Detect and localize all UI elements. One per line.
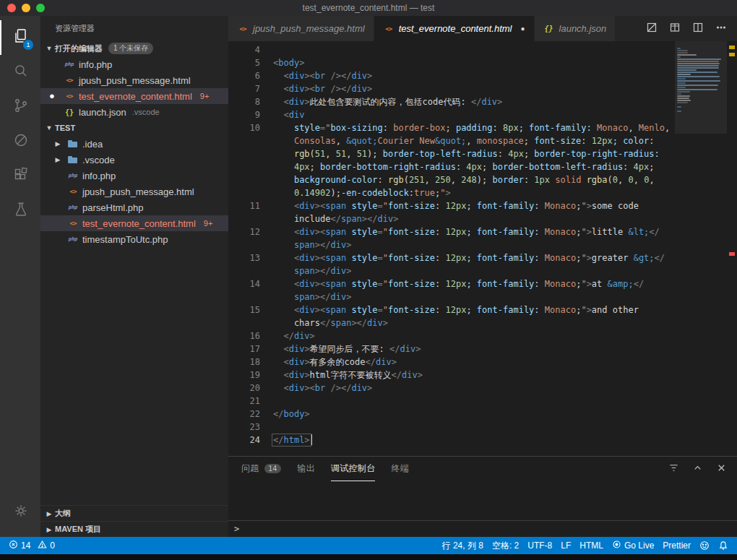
eol-status[interactable]: LF [556,540,575,551]
problems-status[interactable]: 14 0 [4,537,59,554]
prompt-chevron-icon: > [234,524,239,534]
encoding-status[interactable]: UTF-8 [523,540,556,551]
minimap-line [677,59,721,60]
line-content: 4px; border-bottom-right-radius: 4px; bo… [260,160,654,173]
activity-extensions-button[interactable] [0,159,40,194]
panel-tab[interactable]: 输出 [297,457,315,481]
minimap-line [677,52,688,53]
panel-tab[interactable]: 调试控制台 [331,457,376,481]
editor[interactable]: 45<body>6 <div><br /></div>7 <div><br />… [228,41,737,456]
open-preview-icon[interactable] [669,22,681,36]
tree-item[interactable]: test_evernote_content.html9+ [40,215,228,231]
maximize-panel-icon[interactable] [692,462,703,475]
line-content: background-color: rgb(251, 250, 248); bo… [260,173,655,186]
open-changes-icon[interactable] [646,22,658,36]
window-title: test_evernote_content.html — test [0,3,737,13]
indentation-status[interactable]: 空格: 2 [488,540,523,552]
panel-tab-label: 终端 [391,462,409,475]
activity-run-debug-button[interactable] [0,124,40,159]
open-editor-item[interactable]: ●test_evernote_content.html9+ [40,88,228,104]
settings-button[interactable] [0,495,40,530]
beaker-icon [12,201,30,221]
activity-source-control-button[interactable] [0,90,40,124]
line-content [260,395,273,408]
debug-console-input[interactable]: > [228,520,737,537]
html-file-icon [237,23,249,35]
code-line: 21 [228,395,675,408]
outline-section-label: 大纲 [55,508,71,519]
line-number: 9 [228,108,260,121]
open-editor-item[interactable]: info.php [40,56,228,72]
file-name: .idea [82,139,103,150]
activity-search-button[interactable] [0,55,40,90]
line-content: chars</span></div> [260,316,388,329]
workspace-section-header[interactable]: ▼ TEST [40,120,228,136]
editor-tab[interactable]: jpush_push_message.html [228,16,374,41]
tree-item[interactable]: ▶.idea [40,136,228,152]
panel-tab-label: 输出 [297,462,315,475]
line-content: <div><span style="font-size: 12px; font-… [260,251,665,264]
background-window-strip [0,554,737,560]
outline-section-header[interactable]: ▶ 大纲 [40,505,228,521]
zoom-window-button[interactable] [36,4,45,12]
panel-tab-badge: 14 [264,464,282,473]
maven-section-header[interactable]: ▶ MAVEN 项目 [40,521,228,537]
html-file-icon [383,23,395,35]
line-content: </div> [260,329,315,343]
panel-tab[interactable]: 问题14 [241,457,281,481]
extensions-icon [12,166,30,186]
tree-item[interactable]: timestampToUtc.php [40,231,228,247]
chevron-right-icon: ▶ [52,156,64,163]
tree-item[interactable]: ▶.vscode [40,152,228,168]
file-name: launch.json [79,107,126,118]
activity-testing-button[interactable] [0,194,40,228]
code-area[interactable]: 45<body>6 <div><br /></div>7 <div><br />… [228,41,675,456]
line-number [228,264,260,277]
line-content: <div><span style="font-size: 12px; font-… [260,277,644,290]
feedback-smiley-icon[interactable] [695,540,714,551]
file-name: info.php [82,171,116,181]
prettier-status[interactable]: Prettier [658,540,695,551]
split-editor-icon[interactable] [692,22,704,36]
chevron-down-icon: ▼ [43,124,55,132]
language-mode-status[interactable]: HTML [575,540,608,551]
file-name: .vscode [82,155,115,165]
line-content: span></div> [260,290,351,303]
tab-label: jpush_push_message.html [253,23,365,34]
filter-icon[interactable] [668,462,679,475]
code-line: background-color: rgb(251, 250, 248); bo… [228,173,675,186]
minimap[interactable] [675,41,727,456]
tree-item[interactable]: jpush_push_message.html [40,184,228,199]
line-number [228,160,260,173]
chevron-right-icon: ▶ [52,140,64,147]
title-bar: test_evernote_content.html — test [0,0,737,16]
unsaved-badge: 1 个未保存 [108,43,153,54]
go-live-status[interactable]: Go Live [608,540,658,551]
tree-item[interactable]: info.php [40,168,228,184]
tree-item[interactable]: parseHtml.php [40,199,228,215]
open-editor-item[interactable]: launch.json.vscode [40,104,228,120]
workspace-section-label: TEST [55,124,75,132]
panel-tab[interactable]: 终端 [391,457,409,481]
notifications-bell-icon[interactable] [714,540,733,551]
open-editor-item[interactable]: jpush_push_message.html [40,72,228,88]
php-file-icon [67,202,79,213]
minimize-window-button[interactable] [22,4,30,12]
chevron-right-icon: ▶ [43,510,55,517]
line-number: 6 [228,69,260,82]
line-content: </body> [260,408,310,421]
problems-count-badge: 9+ [200,92,210,100]
editor-tab[interactable]: launch.json [535,16,616,41]
minimap-line [677,69,697,71]
html-file-icon [67,186,79,197]
cursor-position-status[interactable]: 行 24, 列 8 [438,540,488,552]
close-window-button[interactable] [7,4,16,12]
open-editors-header[interactable]: ▼ 打开的编辑器 1 个未保存 [40,40,228,56]
file-name: jpush_push_message.html [82,186,194,197]
chevron-down-icon: ▼ [43,45,55,52]
close-panel-icon[interactable] [716,462,727,475]
line-number: 14 [228,277,260,290]
editor-tab[interactable]: test_evernote_content.html● [374,16,535,41]
activity-explorer-button[interactable]: 1 [0,20,40,55]
more-actions-icon[interactable] [715,22,727,36]
